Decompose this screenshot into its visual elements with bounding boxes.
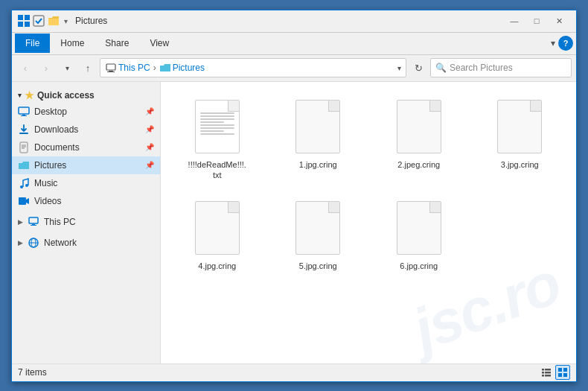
file-item-4[interactable]: 4.jpg.cring [170, 192, 265, 277]
file-name-4: 4.jpg.cring [198, 261, 236, 271]
tab-share[interactable]: Share [95, 34, 139, 53]
sidebar-item-pictures-label: Pictures [34, 160, 66, 171]
svg-rect-4 [33, 16, 44, 26]
sidebar-item-thispc[interactable]: ▶ This PC [12, 213, 160, 231]
list-view-button[interactable] [539, 365, 554, 380]
svg-rect-7 [107, 71, 115, 72]
ribbon-expand: ▾ ? [551, 36, 573, 51]
item-count: 7 items [18, 367, 47, 378]
file-icon-container-2 [392, 97, 446, 156]
txt-file-icon [195, 100, 240, 153]
svg-rect-35 [563, 373, 567, 377]
address-path: This PC › Pictures [105, 63, 205, 73]
svg-rect-8 [19, 107, 29, 114]
tab-home[interactable]: Home [50, 34, 95, 53]
ribbon: File Home Share View ▾ ? [12, 33, 576, 55]
svg-rect-5 [106, 64, 115, 70]
sidebar-item-downloads[interactable]: Downloads 📌 [12, 121, 160, 139]
dropdown-recent-button[interactable]: ▾ [58, 59, 76, 77]
svg-rect-28 [542, 372, 544, 374]
path-this-pc[interactable]: This PC [118, 63, 150, 73]
svg-rect-22 [31, 225, 36, 226]
chevron-icon-network: ▶ [18, 239, 23, 247]
sidebar-item-music[interactable]: Music [12, 174, 160, 192]
sidebar-item-desktop[interactable]: Desktop 📌 [12, 103, 160, 121]
tab-file[interactable]: File [15, 34, 50, 53]
ribbon-chevron-icon[interactable]: ▾ [551, 38, 555, 48]
svg-rect-11 [19, 133, 28, 134]
svg-rect-1 [25, 15, 30, 20]
svg-rect-26 [542, 369, 544, 371]
file-icon-container-1 [291, 97, 345, 156]
sidebar-item-pictures[interactable]: Pictures 📌 [12, 156, 160, 174]
svg-rect-2 [18, 22, 23, 27]
sidebar-item-videos[interactable]: Videos [12, 192, 160, 210]
pin-icon-docs: 📌 [145, 143, 154, 151]
svg-rect-34 [558, 373, 562, 377]
file-line [200, 130, 224, 132]
file-item-2[interactable]: 2.jpeg.cring [371, 91, 467, 187]
generic-file-icon-1 [295, 100, 340, 153]
svg-rect-30 [542, 375, 544, 377]
tab-view[interactable]: View [139, 34, 179, 53]
path-pictures[interactable]: Pictures [173, 63, 205, 73]
file-item-3[interactable]: 3.jpg.cring [473, 91, 568, 187]
pin-icon-downloads: 📌 [145, 125, 154, 133]
search-field[interactable]: 🔍 Search Pictures [430, 58, 572, 77]
main-area: ▾ ★ Quick access Desktop 📌 Downloads 📌 [12, 82, 576, 363]
pictures-folder-icon [159, 63, 171, 73]
sidebar: ▾ ★ Quick access Desktop 📌 Downloads 📌 [12, 82, 161, 363]
status-bar: 7 items [12, 363, 576, 381]
file-line [200, 133, 234, 135]
file-item-6[interactable]: 6.jpg.cring [371, 192, 467, 277]
generic-file-icon-6 [397, 201, 441, 255]
file-line [200, 112, 234, 114]
up-button[interactable]: ↑ [79, 59, 97, 77]
generic-file-icon-2 [397, 100, 441, 153]
svg-rect-33 [563, 368, 567, 372]
address-field[interactable]: This PC › Pictures ▾ [100, 58, 406, 77]
file-item-5[interactable]: 5.jpg.cring [271, 192, 366, 277]
file-icon-container-6 [392, 198, 446, 258]
title-controls: — □ ✕ [503, 13, 570, 28]
svg-rect-12 [20, 142, 28, 153]
forward-button[interactable]: › [37, 59, 55, 77]
file-line [200, 115, 234, 117]
minimize-button[interactable]: — [503, 13, 525, 28]
sidebar-item-documents[interactable]: Documents 📌 [12, 139, 160, 156]
refresh-button[interactable]: ↻ [409, 59, 427, 77]
maximize-button[interactable]: □ [525, 13, 548, 28]
ribbon-tabs: File Home Share View ▾ ? [12, 33, 576, 55]
svg-rect-0 [18, 15, 23, 20]
large-icons-view-button[interactable] [555, 365, 570, 380]
file-line [200, 118, 234, 120]
downloads-icon [18, 124, 30, 136]
path-separator: › [153, 63, 156, 73]
svg-rect-29 [545, 372, 551, 374]
pin-icon-pics: 📌 [145, 161, 154, 169]
address-dropdown-icon[interactable]: ▾ [397, 64, 401, 72]
svg-rect-27 [545, 369, 551, 371]
file-name-5: 5.jpg.cring [299, 261, 337, 271]
file-item-1[interactable]: 1.jpg.cring [271, 91, 366, 187]
desktop-icon [18, 106, 30, 118]
view-buttons [539, 365, 570, 380]
computer-icon [28, 216, 39, 228]
explorer-window: ▾ Pictures — □ ✕ File Home Share View ▾ … [11, 10, 577, 382]
file-area: jsc.ro [161, 82, 576, 363]
documents-icon [18, 142, 30, 153]
title-bar: ▾ Pictures — □ ✕ [12, 10, 576, 33]
close-button[interactable]: ✕ [548, 13, 570, 28]
svg-rect-32 [558, 368, 562, 372]
sidebar-item-network[interactable]: ▶ Network [12, 234, 160, 252]
file-item-txt[interactable]: !!!!deReadMe!!!.txt [170, 91, 265, 187]
sidebar-item-desktop-label: Desktop [34, 107, 67, 117]
help-button[interactable]: ? [558, 36, 573, 51]
pictures-folder-sidebar-icon [18, 159, 30, 171]
file-line [200, 121, 224, 123]
sidebar-item-downloads-label: Downloads [34, 124, 78, 135]
checkbox-icon [33, 15, 45, 27]
back-button[interactable]: ‹ [16, 59, 34, 77]
svg-rect-20 [29, 217, 38, 223]
file-grid: !!!!deReadMe!!!.txt 1.jpg.cring 2.jpeg.c… [167, 88, 570, 281]
